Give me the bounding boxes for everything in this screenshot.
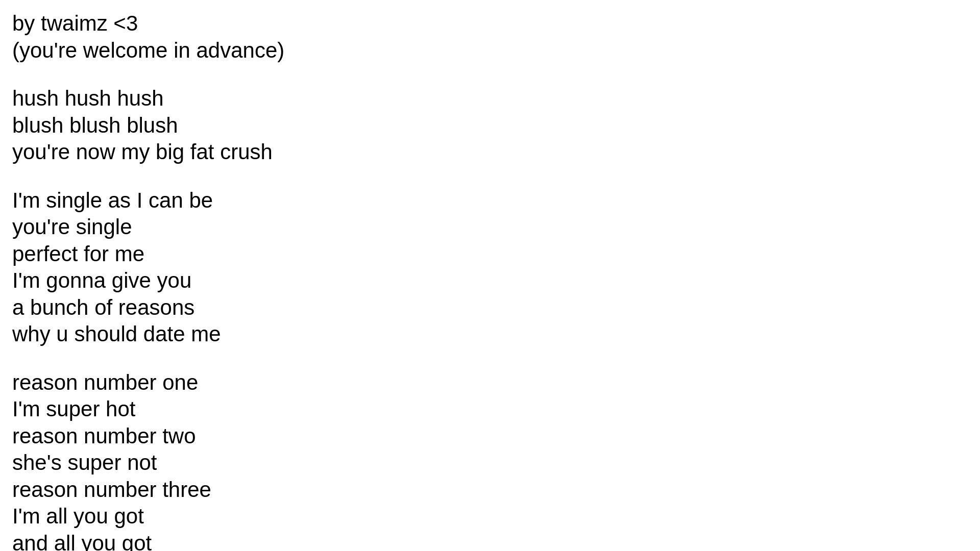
lyric-line-3: hush hush hush	[12, 85, 968, 112]
lyric-line-15: she's super not	[12, 449, 968, 477]
lyric-line-8: perfect for me	[12, 241, 968, 268]
lyric-line-7: you're single	[12, 214, 968, 241]
lyric-line-16: reason number three	[12, 477, 968, 504]
lyric-line-2: (you're welcome in advance)	[12, 37, 968, 64]
blank-1	[12, 64, 968, 85]
lyric-line-5: you're now my big fat crush	[12, 139, 968, 166]
lyric-line-6: I'm single as I can be	[12, 187, 968, 214]
lyric-line-11: why u should date me	[12, 321, 968, 348]
blank-3	[12, 348, 968, 369]
lyric-line-9: I'm gonna give you	[12, 267, 968, 294]
lyric-line-18: and all you got	[12, 530, 968, 552]
lyric-line-1: by twaimz <3	[12, 10, 968, 37]
lyric-line-4: blush blush blush	[12, 112, 968, 139]
lyric-line-10: a bunch of reasons	[12, 294, 968, 321]
lyric-line-17: I'm all you got	[12, 503, 968, 530]
lyric-line-12: reason number one	[12, 369, 968, 396]
lyric-line-13: I'm super hot	[12, 396, 968, 423]
blank-2	[12, 166, 968, 187]
lyric-line-14: reason number two	[12, 423, 968, 450]
